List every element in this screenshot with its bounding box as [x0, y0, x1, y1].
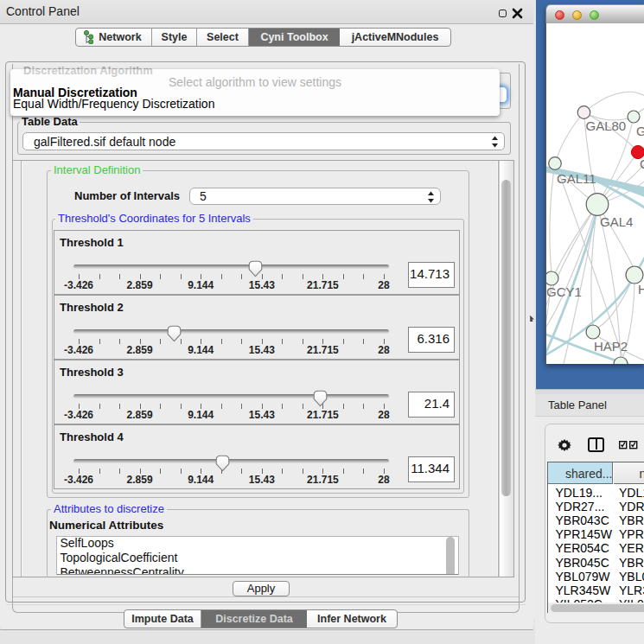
svg-text:G: G [636, 124, 644, 138]
svg-text:GAL80: GAL80 [586, 118, 627, 133]
svg-text:GAL4: GAL4 [600, 214, 633, 229]
svg-text:HAP2: HAP2 [594, 339, 628, 354]
svg-text:H: H [638, 282, 644, 296]
svg-text:C: C [640, 156, 644, 171]
svg-text:GCY1: GCY1 [546, 284, 582, 299]
svg-text:GAL11: GAL11 [557, 171, 596, 186]
